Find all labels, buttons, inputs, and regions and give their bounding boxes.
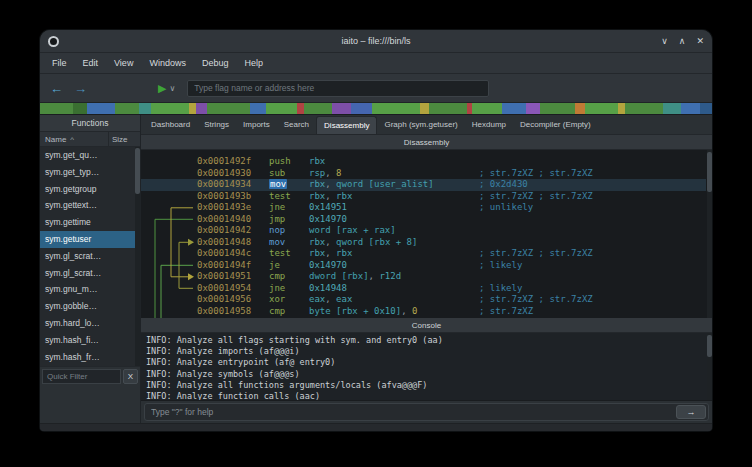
function-list-item[interactable]: sym.gobble…	[40, 298, 140, 315]
seekbar-segment[interactable]	[540, 103, 575, 114]
seekbar-segment[interactable]	[351, 103, 372, 114]
seekbar-segment[interactable]	[700, 103, 712, 114]
column-header-name[interactable]: Name ^	[40, 132, 108, 146]
disassembly-scrollbar-thumb[interactable]	[707, 152, 712, 192]
function-list-item[interactable]: sym.gl_scrat…	[40, 248, 140, 265]
seekbar-segment[interactable]	[196, 103, 208, 114]
function-list-item[interactable]: sym.gl_scrat…	[40, 265, 140, 282]
disassembly-row[interactable]: 0x00014948movrbx, qword [rbx + 8]	[141, 237, 706, 249]
tab-search[interactable]: Search	[277, 116, 316, 134]
console-scrollbar[interactable]	[707, 333, 712, 400]
functions-scrollbar-thumb[interactable]	[135, 148, 140, 194]
back-icon[interactable]: ←	[50, 81, 63, 96]
disassembly-row[interactable]: 0x00014940jmp0x14970	[141, 214, 706, 226]
seekbar-segment[interactable]	[429, 103, 467, 114]
disassembly-row[interactable]: 0x0001494fje0x14970; likely	[141, 260, 706, 272]
function-list-item[interactable]: sym.hash_fi…	[40, 332, 140, 349]
clear-filter-button[interactable]: X	[123, 369, 138, 384]
tab-strings[interactable]: Strings	[197, 116, 236, 134]
app-window: iaito – file:///bin/ls ∨ ∧ ✕ FileEditVie…	[40, 30, 712, 431]
disassembly-row[interactable]: 0x0001493btestrbx, rbx; str.7zXZ ; str.7…	[141, 191, 706, 203]
menu-item-help[interactable]: Help	[236, 53, 271, 74]
seekbar-segment[interactable]	[625, 103, 663, 114]
seekbar-segment[interactable]	[332, 103, 351, 114]
seekbar-segment[interactable]	[526, 103, 540, 114]
seekbar-segment[interactable]	[189, 103, 196, 114]
seekbar-segment[interactable]	[139, 103, 151, 114]
tab-hexdump[interactable]: Hexdump	[465, 116, 513, 134]
functions-scrollbar[interactable]	[135, 147, 140, 366]
function-list-item[interactable]: sym.getuser	[40, 231, 140, 248]
instruction-operands: rbx, qword [rbx + 8]	[309, 237, 479, 249]
seekbar-segment[interactable]	[151, 103, 189, 114]
seekbar-segment[interactable]	[266, 103, 297, 114]
chevron-down-icon[interactable]: ∨	[169, 84, 175, 93]
function-list-item[interactable]: sym.hash_fr…	[40, 349, 140, 366]
menu-item-windows[interactable]: Windows	[141, 53, 194, 74]
menu-item-edit[interactable]: Edit	[75, 53, 107, 74]
function-list-item[interactable]: sym.getgroup	[40, 181, 140, 198]
disassembly-row[interactable]: 0x00014930subrsp, 8; str.7zXZ ; str.7zXZ	[141, 168, 706, 180]
instruction-comment: ; str.7zXZ	[479, 306, 533, 318]
disassembly-scrollbar[interactable]	[707, 150, 712, 318]
menu-item-debug[interactable]: Debug	[194, 53, 237, 74]
seekbar-segment[interactable]	[663, 103, 682, 114]
seekbar-segment[interactable]	[207, 103, 249, 114]
disassembly-row[interactable]: 0x00014958cmpbyte [rbx + 0x10], 0; str.7…	[141, 306, 706, 318]
seekbar-segment[interactable]	[420, 103, 429, 114]
disassembly-row[interactable]: 0x00014934movrbx, qword [user_alist]; 0x…	[141, 179, 706, 191]
omnibar-input[interactable]	[187, 80, 489, 97]
console-dock-title[interactable]: Console	[141, 318, 712, 333]
disassembly-row[interactable]: 0x00014956xoreax, eax; str.7zXZ ; str.7z…	[141, 294, 706, 306]
close-button[interactable]: ✕	[696, 30, 704, 53]
disassembly-row[interactable]: 0x0001493ejne0x14951; unlikely	[141, 202, 706, 214]
disassembly-view[interactable]: 0x0001492fpushrbx0x00014930subrsp, 8; st…	[141, 150, 712, 318]
menu-item-file[interactable]: File	[44, 53, 75, 74]
seekbar-segment[interactable]	[472, 103, 503, 114]
tab-disassembly[interactable]: Disassembly	[316, 116, 377, 134]
seekbar-segment[interactable]	[40, 103, 73, 114]
seekbar-segment[interactable]	[681, 103, 700, 114]
seekbar-segment[interactable]	[372, 103, 419, 114]
seekbar-segment[interactable]	[297, 103, 304, 114]
disassembly-row[interactable]: 0x00014951cmpdword [rbx], r12d	[141, 271, 706, 283]
disassembly-row[interactable]: 0x00014942nopword [rax + rax]	[141, 225, 706, 237]
console-command-input[interactable]	[145, 407, 676, 417]
seekbar-segment[interactable]	[575, 103, 584, 114]
tab-graph-sym-getuser[interactable]: Graph (sym.getuser)	[377, 116, 464, 134]
disassembly-dock-title[interactable]: Disassembly	[141, 135, 712, 150]
seekbar-segment[interactable]	[250, 103, 267, 114]
function-list-item[interactable]: sym.gettext…	[40, 197, 140, 214]
seekbar-segment[interactable]	[115, 103, 139, 114]
seekbar-segment[interactable]	[585, 103, 618, 114]
seekbar-segment[interactable]	[502, 103, 526, 114]
menu-item-view[interactable]: View	[106, 53, 141, 74]
function-list-item[interactable]: sym.gettime	[40, 214, 140, 231]
tab-decompiler-empty[interactable]: Decompiler (Empty)	[513, 116, 598, 134]
column-header-size[interactable]: Size	[108, 132, 140, 146]
maximize-button[interactable]: ∧	[679, 30, 686, 53]
tab-dashboard[interactable]: Dashboard	[144, 116, 197, 134]
instruction-address: 0x00014956	[197, 294, 269, 306]
function-list-item[interactable]: sym.hard_lo…	[40, 315, 140, 332]
tab-imports[interactable]: Imports	[236, 116, 277, 134]
minimize-button[interactable]: ∨	[661, 30, 668, 53]
function-list-item[interactable]: sym.gnu_m…	[40, 281, 140, 298]
function-list-item[interactable]: sym.get_typ…	[40, 164, 140, 181]
console-scrollbar-thumb[interactable]	[707, 335, 712, 357]
seekbar-segment[interactable]	[304, 103, 332, 114]
address-seekbar[interactable]	[40, 103, 712, 115]
seekbar-segment[interactable]	[87, 103, 115, 114]
title-bar[interactable]: iaito – file:///bin/ls ∨ ∧ ✕	[40, 30, 712, 53]
disassembly-row[interactable]: 0x0001492fpushrbx	[141, 156, 706, 168]
function-list-item[interactable]: sym.get_qu…	[40, 147, 140, 164]
seekbar-segment[interactable]	[73, 103, 87, 114]
disassembly-row[interactable]: 0x00014954jne0x14948; likely	[141, 283, 706, 295]
forward-icon[interactable]: →	[74, 81, 87, 96]
console-output[interactable]: INFO: Analyze all flags starting with sy…	[141, 333, 712, 401]
play-icon[interactable]: ▶	[158, 82, 166, 95]
console-send-button[interactable]: →	[676, 405, 706, 419]
disassembly-row[interactable]: 0x0001494ctestrbx, rbx; str.7zXZ ; str.7…	[141, 248, 706, 260]
seekbar-segment[interactable]	[618, 103, 625, 114]
quick-filter-input[interactable]	[42, 369, 121, 384]
